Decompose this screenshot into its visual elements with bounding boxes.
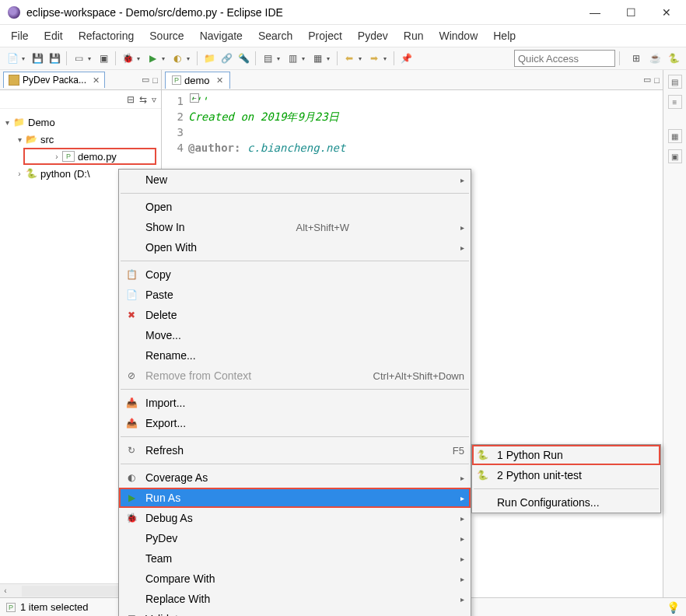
ctx-delete[interactable]: ✖Delete bbox=[119, 305, 471, 325]
debug-icon[interactable]: 🐞 bbox=[120, 51, 135, 66]
menu-window[interactable]: Window bbox=[431, 26, 485, 45]
close-icon[interactable]: ✕ bbox=[216, 75, 223, 86]
view4-icon[interactable]: ▣ bbox=[668, 149, 682, 163]
fold-marker-icon[interactable]: − bbox=[190, 93, 199, 103]
collapse-all-icon[interactable]: ⊟ bbox=[127, 94, 135, 105]
tool3-icon[interactable]: ▦ bbox=[310, 51, 325, 66]
ctx-coverage-as[interactable]: ◐Coverage As▸ bbox=[119, 467, 471, 488]
ctx-open-with[interactable]: Open With▸ bbox=[119, 237, 471, 257]
ctx-pydev[interactable]: PyDev▸ bbox=[119, 528, 471, 548]
package-explorer-icon bbox=[9, 75, 19, 86]
minimize-editor-icon[interactable]: ▭ bbox=[643, 75, 651, 85]
run-as-submenu: 🐍1 Python Run🐍2 Python unit-testRun Conf… bbox=[471, 444, 661, 513]
python-lib-icon: 🐍 bbox=[25, 168, 37, 179]
menubar: FileEditRefactoringSourceNavigateSearchP… bbox=[0, 25, 686, 47]
pin-icon[interactable]: 📌 bbox=[398, 51, 414, 66]
menu-project[interactable]: Project bbox=[300, 26, 350, 45]
package-icon[interactable]: ▣ bbox=[96, 51, 111, 66]
project-label: Demo bbox=[28, 117, 55, 128]
main-toolbar: 📄▾ 💾 💾 ▭▾ ▣ 🐞▾ ▶▾ ◐▾ 📁 🔗 🔦 ▤▾ ▥▾ ▦▾ ⬅▾ ➡… bbox=[0, 47, 686, 70]
submenu-run-configurations-[interactable]: Run Configurations... bbox=[472, 492, 660, 513]
menu-pydev[interactable]: Pydev bbox=[350, 26, 396, 45]
package-explorer-tab[interactable]: PyDev Packa... ✕ bbox=[3, 72, 105, 88]
link-icon[interactable]: 🔗 bbox=[219, 51, 234, 66]
editor-tab[interactable]: P demo ✕ bbox=[165, 72, 230, 89]
view-menu-icon[interactable]: ▿ bbox=[152, 94, 156, 105]
ctx-replace-with[interactable]: Replace With▸ bbox=[119, 589, 471, 609]
run-icon[interactable]: ▶ bbox=[145, 51, 160, 66]
new-folder-icon[interactable]: 📁 bbox=[201, 51, 217, 66]
ctx-compare-with[interactable]: Compare With▸ bbox=[119, 569, 471, 589]
forward-icon[interactable]: ➡ bbox=[366, 51, 382, 66]
java-perspective-icon[interactable]: ☕ bbox=[647, 51, 663, 66]
ctx-team[interactable]: Team▸ bbox=[119, 548, 471, 569]
python-file-icon: P bbox=[172, 75, 181, 85]
maximize-editor-icon[interactable]: □ bbox=[654, 75, 660, 85]
folder-icon: 📂 bbox=[25, 134, 37, 145]
maximize-button[interactable]: ☐ bbox=[613, 1, 649, 24]
file-label: demo.py bbox=[78, 151, 117, 163]
back-icon[interactable]: ⬅ bbox=[341, 51, 357, 66]
menu-refactoring[interactable]: Refactoring bbox=[71, 26, 142, 45]
outline-view-icon[interactable]: ▤ bbox=[668, 75, 682, 89]
tool-icon[interactable]: ▤ bbox=[260, 51, 275, 66]
tip-bulb-icon[interactable]: 💡 bbox=[667, 601, 680, 614]
project-icon: 📁 bbox=[12, 117, 25, 128]
tasks-view-icon[interactable]: ≡ bbox=[668, 95, 682, 109]
ctx-copy[interactable]: 📋Copy bbox=[119, 264, 471, 285]
ctx-import-[interactable]: 📥Import... bbox=[119, 393, 471, 413]
ctx-remove-from-context: ⊘Remove from ContextCtrl+Alt+Shift+Down bbox=[119, 366, 471, 386]
minimize-button[interactable]: — bbox=[577, 1, 613, 24]
app-icon bbox=[8, 6, 20, 19]
ctx-debug-as[interactable]: 🐞Debug As▸ bbox=[119, 508, 471, 528]
ctx-paste[interactable]: 📄Paste bbox=[119, 285, 471, 305]
package-explorer-label: PyDev Packa... bbox=[23, 75, 86, 86]
context-menu: New▸OpenShow InAlt+Shift+W▸Open With▸📋Co… bbox=[118, 169, 471, 616]
close-button[interactable]: ✕ bbox=[649, 1, 684, 24]
menu-run[interactable]: Run bbox=[396, 26, 432, 45]
python-file-icon: P bbox=[6, 603, 16, 612]
tree-file[interactable]: › P demo.py bbox=[23, 148, 156, 165]
perspective-icon[interactable]: ⊞ bbox=[628, 51, 644, 66]
title-bar: eclipse-workspace - Demo/src/demo.py - E… bbox=[0, 0, 686, 25]
save-all-icon[interactable]: 💾 bbox=[47, 51, 62, 66]
ctx-new[interactable]: New▸ bbox=[119, 170, 471, 190]
menu-edit[interactable]: Edit bbox=[37, 26, 71, 45]
python-file-icon: P bbox=[62, 151, 75, 162]
right-trim: ▤ ≡ ▦ ▣ bbox=[663, 70, 686, 597]
save-icon[interactable]: 💾 bbox=[30, 51, 45, 66]
menu-help[interactable]: Help bbox=[485, 26, 523, 45]
tree-project[interactable]: ▾ 📁 Demo bbox=[0, 114, 161, 131]
tree-folder[interactable]: ▾ 📂 src bbox=[0, 131, 161, 148]
coverage-icon[interactable]: ◐ bbox=[170, 51, 185, 66]
menu-source[interactable]: Source bbox=[142, 26, 191, 45]
ctx-move-[interactable]: Move... bbox=[119, 325, 471, 345]
ctx-export-[interactable]: 📤Export... bbox=[119, 413, 471, 433]
menu-navigate[interactable]: Navigate bbox=[192, 26, 250, 45]
ctx-run-as[interactable]: ▶Run As▸ bbox=[119, 488, 471, 508]
maximize-view-icon[interactable]: □ bbox=[152, 75, 158, 85]
folder-label: src bbox=[40, 134, 54, 145]
minimize-view-icon[interactable]: ▭ bbox=[142, 75, 149, 85]
menu-search[interactable]: Search bbox=[250, 26, 300, 45]
editor-tab-label: demo bbox=[184, 75, 210, 86]
ctx-open[interactable]: Open bbox=[119, 197, 471, 217]
ctx-validate[interactable]: ☑Validate bbox=[119, 609, 471, 616]
menu-file[interactable]: File bbox=[3, 26, 37, 45]
module-icon[interactable]: ▭ bbox=[71, 51, 86, 66]
submenu-2-python-unit-test[interactable]: 🐍2 Python unit-test bbox=[472, 465, 660, 485]
link-editor-icon[interactable]: ⇆ bbox=[139, 94, 147, 105]
tool2-icon[interactable]: ▥ bbox=[285, 51, 300, 66]
window-title: eclipse-workspace - Demo/src/demo.py - E… bbox=[26, 6, 577, 19]
view3-icon[interactable]: ▦ bbox=[668, 129, 682, 143]
pydev-perspective-icon[interactable]: 🐍 bbox=[666, 51, 681, 66]
ctx-rename-[interactable]: Rename... bbox=[119, 345, 471, 366]
ctx-show-in[interactable]: Show InAlt+Shift+W▸ bbox=[119, 217, 471, 237]
search-icon[interactable]: 🔦 bbox=[236, 51, 251, 66]
new-icon[interactable]: 📄 bbox=[5, 51, 20, 66]
submenu-1-python-run[interactable]: 🐍1 Python Run bbox=[472, 445, 660, 465]
ctx-refresh[interactable]: ↻RefreshF5 bbox=[119, 440, 471, 460]
close-icon[interactable]: ✕ bbox=[93, 75, 100, 86]
interpreter-label: python (D:\ bbox=[40, 168, 90, 180]
quick-access-input[interactable] bbox=[514, 50, 615, 67]
